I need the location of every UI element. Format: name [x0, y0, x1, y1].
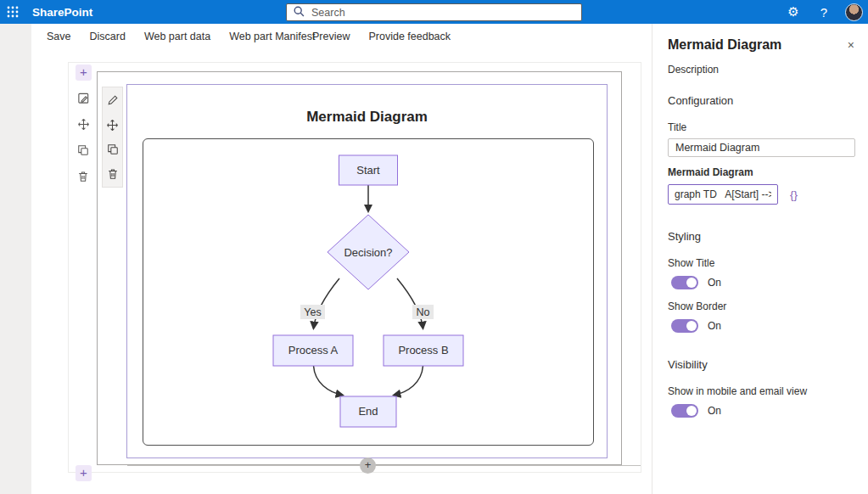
edge-process-a-end: [314, 366, 344, 396]
edge-label-no: No: [417, 306, 430, 318]
left-rail: [0, 24, 31, 494]
property-pane-title: Mermaid Diagram: [668, 37, 781, 53]
add-web-part-circle-button[interactable]: +: [360, 458, 376, 474]
web-part-toolbar: [102, 87, 123, 188]
command-bar: Save Discard Web part data Web part Mani…: [31, 24, 652, 49]
edge-label-yes: Yes: [304, 306, 321, 318]
duplicate-section-icon[interactable]: [76, 143, 91, 158]
mermaid-code-input[interactable]: [668, 184, 778, 205]
search-icon: [294, 5, 305, 20]
add-section-button[interactable]: +: [76, 465, 92, 481]
duplicate-web-part-icon[interactable]: [105, 142, 120, 157]
node-process-b-label: Process B: [398, 344, 448, 356]
node-start-label: Start: [356, 164, 380, 177]
close-icon[interactable]: ×: [848, 38, 854, 52]
move-web-part-icon[interactable]: [105, 117, 120, 132]
configuration-heading: Configuration: [668, 94, 854, 107]
node-decision-label: Decision?: [344, 246, 392, 259]
node-process-a-label: Process A: [288, 344, 339, 356]
search-placeholder: Search: [311, 7, 345, 19]
show-border-state: On: [708, 320, 721, 332]
diagram-border: Yes No Start Decision? Process A Process…: [143, 138, 594, 446]
web-part-title: Mermaid Diagram: [126, 109, 608, 126]
node-end-label: End: [358, 405, 378, 418]
settings-gear-icon[interactable]: ⚙: [784, 4, 803, 20]
show-border-toggle[interactable]: [671, 319, 698, 333]
show-title-state: On: [708, 277, 721, 289]
edit-web-part-icon[interactable]: [105, 93, 120, 108]
delete-section-icon[interactable]: [76, 169, 91, 184]
show-title-label: Show Title: [668, 257, 854, 269]
add-web-part-button[interactable]: +: [76, 65, 92, 81]
visibility-heading: Visibility: [668, 358, 854, 371]
description-label: Description: [668, 64, 854, 76]
preview-button[interactable]: Preview: [312, 31, 350, 42]
edge-decision-process-b: [397, 278, 423, 328]
title-field-input[interactable]: [668, 138, 855, 157]
app-title[interactable]: SharePoint: [32, 6, 92, 19]
code-braces-icon[interactable]: {}: [790, 188, 798, 201]
show-border-label: Show Border: [668, 300, 854, 312]
property-pane: Mermaid Diagram × Description Configurat…: [652, 24, 868, 494]
mobile-visibility-label: Show in mobile and email view: [668, 385, 854, 397]
help-icon[interactable]: ?: [815, 5, 833, 20]
suite-bar: SharePoint Search ⚙ ?: [0, 0, 868, 24]
edge-decision-process-a: [314, 278, 340, 328]
mermaid-field-label: Mermaid Diagram: [668, 166, 854, 178]
web-part-data-button[interactable]: Web part data: [144, 31, 210, 42]
mobile-visibility-state: On: [708, 405, 721, 417]
title-field-label: Title: [668, 121, 854, 133]
section-toolbar: [76, 90, 91, 184]
discard-button[interactable]: Discard: [90, 31, 126, 42]
save-button[interactable]: Save: [47, 31, 71, 42]
edge-process-b-end: [394, 366, 423, 396]
user-avatar[interactable]: [845, 3, 863, 21]
delete-web-part-icon[interactable]: [105, 166, 120, 182]
edit-section-icon[interactable]: [76, 90, 91, 105]
add-web-part-divider: [127, 465, 641, 466]
show-title-toggle[interactable]: [671, 276, 698, 289]
provide-feedback-button[interactable]: Provide feedback: [368, 31, 451, 42]
styling-heading: Styling: [668, 230, 854, 243]
search-input[interactable]: Search: [286, 3, 582, 21]
mobile-visibility-toggle[interactable]: [671, 404, 698, 418]
web-part-manifest-button[interactable]: Web part Manifest: [229, 31, 315, 42]
app-launcher-waffle-icon[interactable]: [0, 0, 25, 24]
mermaid-flowchart: Yes No Start Decision? Process A Process…: [143, 139, 593, 445]
move-section-icon[interactable]: [76, 116, 91, 132]
